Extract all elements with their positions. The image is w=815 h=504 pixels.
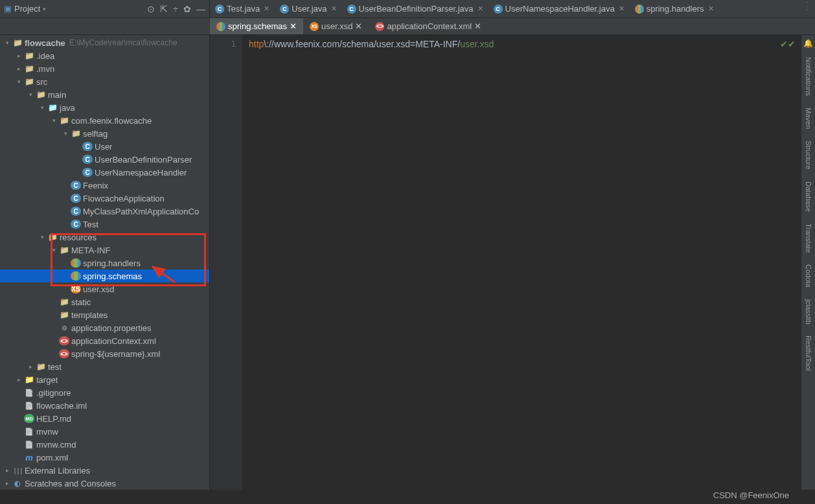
java-class-icon: C (71, 207, 81, 216)
chevron-icon[interactable] (4, 480, 10, 487)
dropdown-icon[interactable]: ▾ (43, 6, 46, 12)
bell-icon[interactable]: 🔔 (803, 39, 813, 48)
folder-icon: 📁 (36, 362, 46, 371)
chevron-icon[interactable] (39, 234, 45, 240)
tree-node[interactable]: CTest (0, 218, 209, 231)
tree-node[interactable]: 📁.mvn (0, 62, 209, 75)
chevron-icon[interactable] (4, 467, 10, 474)
close-icon[interactable]: ✕ (290, 21, 297, 31)
right-tool-jclasslib[interactable]: jclasslib (805, 297, 812, 327)
editor-tab[interactable]: CUserNamespaceHandler.java✕ (488, 0, 630, 17)
chevron-icon[interactable] (51, 247, 57, 253)
hide-icon[interactable]: — (196, 4, 205, 14)
tree-node[interactable]: XSuser.xsd (0, 282, 209, 295)
folder-icon: 📁 (59, 246, 69, 255)
tree-node[interactable]: 📁static (0, 295, 209, 308)
tree-node[interactable]: 📁test (0, 360, 209, 373)
tree-node[interactable]: 📁templates (0, 308, 209, 321)
right-tool-codota[interactable]: Codota (805, 262, 812, 290)
tree-node[interactable]: 📁main (0, 88, 209, 101)
chevron-icon[interactable] (51, 117, 57, 124)
editor-tab[interactable]: CTest.java✕ (210, 0, 275, 17)
project-label[interactable]: Project (14, 4, 40, 14)
tree-node[interactable]: External Libraries (0, 464, 209, 477)
file-icon: 📄 (24, 427, 34, 436)
close-icon[interactable]: ✕ (619, 5, 625, 13)
right-tool-database[interactable]: Database (805, 179, 812, 214)
tree-node[interactable]: CUserNamespaceHandler (0, 166, 209, 179)
chevron-icon[interactable] (62, 130, 69, 137)
code-content[interactable]: http\://www.feenix.com/schema/user.xsd=M… (242, 35, 801, 490)
chevron-icon[interactable] (27, 363, 34, 370)
chevron-icon[interactable] (16, 376, 22, 383)
right-tool-translate[interactable]: Translate (805, 221, 812, 255)
tree-node[interactable]: CUserBeanDefinitionParser (0, 153, 209, 166)
editor-tab[interactable]: CUserBeanDefinitionParser.java✕ (342, 0, 488, 17)
tree-node[interactable]: 📁flowcacheE:\MyCode\rear\mca\flowcache (0, 36, 209, 49)
close-icon[interactable]: ✕ (474, 21, 481, 31)
right-tool-notifications[interactable]: Notifications (805, 54, 812, 98)
java-class-icon: C (71, 220, 81, 229)
tree-label: User (95, 142, 112, 152)
tree-node[interactable]: CFlowcacheApplication (0, 192, 209, 205)
tree-node[interactable]: 📁selftag (0, 127, 209, 140)
tree-node[interactable]: 📁META-INF (0, 244, 209, 257)
tree-node[interactable]: 📁src (0, 75, 209, 88)
tree-node[interactable]: 📁target (0, 373, 209, 386)
tree-label: Scratches and Consoles (25, 479, 116, 488)
collapse-icon[interactable]: ÷ (173, 4, 178, 14)
right-tool-structure[interactable]: Structure (805, 138, 812, 172)
tree-node[interactable]: 📄flowcache.iml (0, 399, 209, 412)
project-toolbar: ⊙ ⇱ ÷ ✿ — (147, 4, 205, 14)
tree-node[interactable]: Scratches and Consoles (0, 477, 209, 490)
tree-node[interactable]: <>spring-${username}.xml (0, 347, 209, 360)
tree-node[interactable]: MDHELP.md (0, 412, 209, 425)
tree-node[interactable]: CUser (0, 140, 209, 153)
properties-file-icon (635, 5, 644, 14)
settings-icon[interactable]: ✿ (183, 4, 191, 14)
code-editor[interactable]: 1 http\://www.feenix.com/schema/user.xsd… (210, 35, 801, 490)
tree-node[interactable]: 📄.gitignore (0, 386, 209, 399)
close-icon[interactable]: ✕ (264, 5, 270, 13)
tree-node[interactable]: 📁java (0, 101, 209, 114)
right-tool-restfultool[interactable]: RestfulTool (805, 333, 812, 373)
close-icon[interactable]: ✕ (477, 5, 483, 13)
chevron-icon[interactable] (39, 104, 45, 111)
tree-node[interactable]: 📁.idea (0, 49, 209, 62)
editor-tab[interactable]: spring.schemas✕ (210, 18, 303, 34)
tree-node[interactable]: 📁com.feenix.flowcache (0, 114, 209, 127)
tree-node[interactable]: ⚙application.properties (0, 321, 209, 334)
tree-node[interactable]: CFeenix (0, 179, 209, 192)
close-icon[interactable]: ✕ (355, 21, 362, 31)
editor-tab[interactable]: CUser.java✕ (275, 0, 341, 17)
chevron-icon[interactable] (27, 91, 34, 98)
tree-node[interactable]: mpom.xml (0, 451, 209, 464)
tree-label: mvnw.cmd (36, 440, 76, 450)
close-icon[interactable]: ✕ (708, 5, 714, 13)
close-icon[interactable]: ✕ (331, 5, 337, 13)
editor-tab[interactable]: <>applicationContext.xml✕ (369, 18, 488, 34)
locate-icon[interactable]: ⊙ (147, 4, 155, 14)
tab-overflow-icon[interactable]: ⋮ (799, 0, 815, 17)
tree-node[interactable]: 📁resources (0, 231, 209, 244)
right-tool-maven[interactable]: Maven (805, 105, 812, 132)
properties-file-icon (216, 22, 225, 31)
tree-node[interactable]: 📄mvnw (0, 425, 209, 438)
tree-node[interactable]: CMyClassPathXmlApplicationCo (0, 205, 209, 218)
file-icon: 📄 (24, 388, 34, 397)
expand-icon[interactable]: ⇱ (160, 4, 168, 14)
chevron-icon[interactable] (16, 52, 22, 59)
tree-node[interactable]: spring.schemas (0, 269, 209, 282)
properties-icon: ⚙ (59, 323, 69, 332)
editor-tab[interactable]: XSuser.xsd✕ (303, 18, 369, 34)
inspection-ok-icon[interactable]: ✔✔ (780, 39, 796, 49)
chevron-icon[interactable] (16, 78, 22, 85)
tree-node[interactable]: 📄mvnw.cmd (0, 438, 209, 451)
chevron-icon[interactable] (16, 65, 22, 72)
tree-node[interactable]: spring.handlers (0, 257, 209, 269)
project-tree[interactable]: 📁flowcacheE:\MyCode\rear\mca\flowcache📁.… (0, 35, 210, 490)
chevron-icon[interactable] (4, 40, 10, 46)
editor-tab[interactable]: spring.handlers✕ (630, 0, 719, 17)
tab-label: spring.handlers (647, 4, 704, 14)
tree-node[interactable]: <>applicationContext.xml (0, 334, 209, 347)
